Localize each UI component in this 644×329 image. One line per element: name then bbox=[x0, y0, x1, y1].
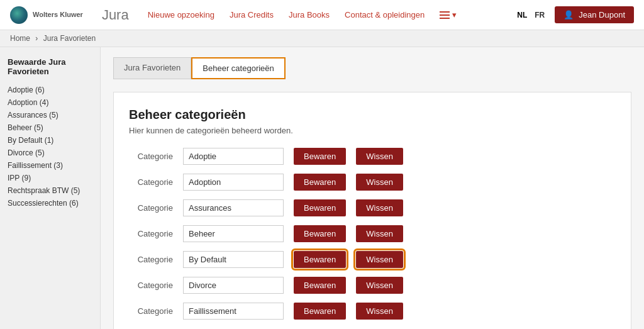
category-row-adoption: Categorie Bewaren Wissen bbox=[129, 174, 616, 191]
sidebar-item-ipp[interactable]: IPP (9) bbox=[8, 172, 92, 184]
content-area: Beheer categorieën Hier kunnen de catego… bbox=[113, 92, 631, 329]
save-button-divorce[interactable]: Bewaren bbox=[294, 277, 346, 294]
delete-button-by-default[interactable]: Wissen bbox=[356, 251, 403, 268]
menu-arrow: ▾ bbox=[452, 10, 457, 20]
delete-button-faillissement[interactable]: Wissen bbox=[356, 303, 403, 320]
tab-jura-favorieten[interactable]: Jura Favorieten bbox=[113, 57, 191, 79]
sidebar-item-rechtspraak-btw[interactable]: Rechtspraak BTW (5) bbox=[8, 184, 92, 197]
category-row-assurances: Categorie Bewaren Wissen bbox=[129, 199, 616, 216]
sidebar-item-faillissement[interactable]: Faillissement (3) bbox=[8, 159, 92, 172]
category-label-1: Categorie bbox=[129, 177, 173, 187]
user-button[interactable]: 👤 Jean Dupont bbox=[555, 6, 634, 23]
user-icon: 👤 bbox=[564, 10, 574, 20]
category-input-by-default[interactable] bbox=[183, 251, 284, 268]
category-label-3: Categorie bbox=[129, 229, 173, 238]
nav-jura-credits[interactable]: Jura Credits bbox=[230, 10, 274, 20]
main-content: Jura Favorieten Beheer categorieën Behee… bbox=[101, 47, 644, 329]
category-label-5: Categorie bbox=[129, 281, 173, 290]
content-description: Hier kunnen de categorieën beheerd worde… bbox=[129, 126, 616, 135]
sidebar-item-successierechten[interactable]: Successierechten (6) bbox=[8, 197, 92, 209]
header: Wolters Kluwer Jura Nieuwe opzoeking Jur… bbox=[0, 0, 644, 30]
page-layout: Bewaarde Jura Favorieten Adoptie (6) Ado… bbox=[0, 47, 644, 329]
sidebar-item-beheer[interactable]: Beheer (5) bbox=[8, 121, 92, 134]
sidebar-item-adoptie[interactable]: Adoptie (6) bbox=[8, 84, 92, 96]
sidebar-item-assurances[interactable]: Assurances (5) bbox=[8, 109, 92, 121]
save-button-beheer[interactable]: Bewaren bbox=[294, 225, 346, 242]
category-row-divorce: Categorie Bewaren Wissen bbox=[129, 277, 616, 294]
breadcrumb: Home › Jura Favorieten bbox=[0, 30, 644, 47]
language-switcher: NL FR bbox=[514, 9, 547, 21]
category-row-beheer: Categorie Bewaren Wissen bbox=[129, 225, 616, 242]
delete-button-divorce[interactable]: Wissen bbox=[356, 277, 403, 294]
sidebar-item-by-default[interactable]: By Default (1) bbox=[8, 134, 92, 147]
category-row-adoptie: Categorie Bewaren Wissen bbox=[129, 148, 616, 165]
category-row-by-default: Categorie Bewaren Wissen bbox=[129, 251, 616, 268]
brand-name: Wolters Kluwer bbox=[33, 11, 83, 19]
delete-button-beheer[interactable]: Wissen bbox=[356, 225, 403, 242]
sidebar-item-divorce[interactable]: Divorce (5) bbox=[8, 147, 92, 159]
delete-button-adoptie[interactable]: Wissen bbox=[356, 148, 403, 165]
tabs: Jura Favorieten Beheer categorieën bbox=[113, 57, 631, 79]
breadcrumb-sep: › bbox=[35, 34, 38, 43]
save-button-faillissement[interactable]: Bewaren bbox=[294, 303, 346, 320]
category-input-adoptie[interactable] bbox=[183, 148, 284, 165]
nav-contact-opleidingen[interactable]: Contact & opleidingen bbox=[345, 10, 425, 20]
logo: Wolters Kluwer bbox=[10, 6, 83, 24]
save-button-adoptie[interactable]: Bewaren bbox=[294, 148, 346, 165]
page-title: Beheer categorieën bbox=[129, 108, 616, 122]
sidebar-title: Bewaarde Jura Favorieten bbox=[8, 57, 92, 76]
save-button-adoption[interactable]: Bewaren bbox=[294, 174, 346, 191]
nav-nieuwe-opzoeking[interactable]: Nieuwe opzoeking bbox=[148, 10, 214, 20]
delete-button-adoption[interactable]: Wissen bbox=[356, 174, 403, 191]
category-label-6: Categorie bbox=[129, 306, 173, 316]
category-label-2: Categorie bbox=[129, 203, 173, 213]
hamburger-icon bbox=[440, 11, 450, 19]
header-right: NL FR 👤 Jean Dupont bbox=[514, 6, 634, 23]
category-label-0: Categorie bbox=[129, 152, 173, 161]
lang-nl[interactable]: NL bbox=[514, 9, 530, 21]
user-name: Jean Dupont bbox=[579, 10, 625, 20]
breadcrumb-current: Jura Favorieten bbox=[43, 34, 96, 43]
lang-fr[interactable]: FR bbox=[532, 9, 547, 21]
nav-jura-books[interactable]: Jura Books bbox=[289, 10, 330, 20]
category-input-assurances[interactable] bbox=[183, 199, 284, 216]
breadcrumb-home[interactable]: Home bbox=[10, 34, 30, 43]
app-name: Jura bbox=[102, 7, 129, 23]
sidebar: Bewaarde Jura Favorieten Adoptie (6) Ado… bbox=[0, 47, 101, 329]
category-input-faillissement[interactable] bbox=[183, 303, 284, 320]
delete-button-assurances[interactable]: Wissen bbox=[356, 199, 403, 216]
save-button-assurances[interactable]: Bewaren bbox=[294, 199, 346, 216]
save-button-by-default[interactable]: Bewaren bbox=[294, 251, 346, 268]
sidebar-item-adoption[interactable]: Adoption (4) bbox=[8, 96, 92, 109]
category-input-beheer[interactable] bbox=[183, 225, 284, 242]
category-row-faillissement: Categorie Bewaren Wissen bbox=[129, 303, 616, 320]
logo-icon bbox=[10, 6, 28, 24]
nav-menu-button[interactable]: ▾ bbox=[440, 10, 457, 20]
category-input-adoption[interactable] bbox=[183, 174, 284, 191]
tab-beheer-categorieen[interactable]: Beheer categorieën bbox=[191, 57, 285, 79]
category-input-divorce[interactable] bbox=[183, 277, 284, 294]
main-nav: Nieuwe opzoeking Jura Credits Jura Books… bbox=[148, 10, 515, 20]
category-label-4: Categorie bbox=[129, 255, 173, 264]
